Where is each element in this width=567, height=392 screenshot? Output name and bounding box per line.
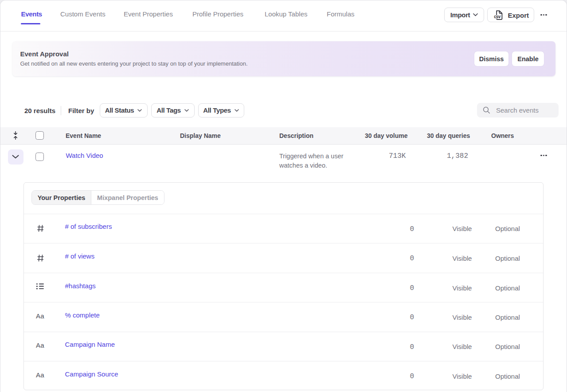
- svg-text:csv: csv: [494, 13, 501, 19]
